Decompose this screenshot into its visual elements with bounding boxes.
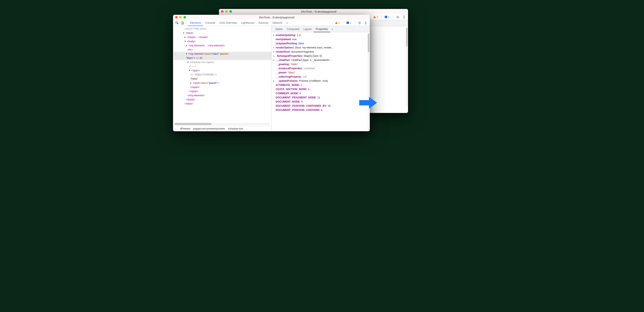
tree-row[interactable]: <head>…</head> (174, 35, 271, 39)
gutter-overflow-icon[interactable]: ⋯ (173, 52, 176, 56)
breadcrumb[interactable]: … dPreview playground-preview#preview #s… (173, 126, 271, 131)
tree-row[interactable]: <span class="planet">… (174, 81, 271, 85)
minimize-icon[interactable] (179, 16, 182, 19)
tab-console[interactable]: Console (203, 20, 217, 26)
tree-row[interactable]: </html> (174, 102, 271, 106)
tree-row[interactable]: <!----> (174, 64, 271, 68)
subtab-layout[interactable]: Layout (301, 26, 314, 32)
crumb-item[interactable]: dPreview (180, 127, 190, 130)
issues-count[interactable]: 1 (345, 21, 352, 25)
settings-icon[interactable] (395, 14, 400, 20)
property-row[interactable]: __planet: "Mars" (273, 71, 368, 75)
tree-row[interactable]: <span> (174, 68, 271, 73)
svg-rect-9 (183, 22, 184, 24)
tab-css-overview[interactable]: CSS Overview (217, 20, 239, 26)
property-row[interactable]: _$changedProperties: Map(0) {size: 0} (273, 54, 368, 58)
property-row[interactable]: __childPart: ChildPart {type: 2, _$commi… (273, 58, 368, 62)
property-row[interactable]: renderRoot: document-fragment (273, 50, 368, 54)
tree-row[interactable]: <!DOCTYPE html> (174, 27, 271, 31)
tree-row-selected[interactable]: <my-element class="mars" planet= (174, 52, 271, 56)
tree-row[interactable]: </span> (174, 85, 271, 89)
property-row[interactable]: DOCUMENT_FRAGMENT_NODE: 11 (273, 95, 368, 100)
titlebar[interactable]: DevTools - lit.dev/playground/ (219, 9, 408, 14)
scroll-thumb[interactable] (174, 123, 212, 125)
crumb-item[interactable]: playground-preview#preview (193, 127, 225, 130)
properties-list[interactable]: enableUpdating: ƒ ()hasUpdated: trueisUp… (272, 32, 370, 131)
property-row[interactable]: __greeting: "Hello" (273, 62, 368, 66)
zoom-icon[interactable] (184, 16, 186, 19)
subtab-computed[interactable]: Computed (284, 26, 301, 32)
main-toolbar: Elements Console CSS Overview Lighthouse… (173, 20, 370, 26)
window-controls (221, 10, 232, 13)
properties-pane: Styles Computed Layout Properties » enab… (272, 26, 370, 131)
close-icon[interactable] (221, 10, 224, 13)
tree-row[interactable]: </span> (174, 89, 271, 93)
device-icon[interactable] (180, 20, 185, 26)
tree-row[interactable]: #shadow-root (open) (174, 60, 271, 64)
svg-point-13 (366, 24, 366, 24)
tree-row[interactable]: </my-element> (174, 93, 271, 98)
subtabs-overflow-icon[interactable]: » (332, 28, 333, 31)
property-row[interactable]: __reflectingProperty: null (273, 75, 368, 79)
subtabs: Styles Computed Layout Properties » (272, 26, 370, 32)
tree-row[interactable]: <hr> (174, 48, 271, 52)
scrollbar[interactable] (406, 28, 408, 106)
window-title: DevTools - lit.dev/playground/ (186, 16, 368, 19)
tab-elements[interactable]: Elements (188, 20, 203, 26)
scroll-thumb[interactable] (406, 28, 408, 46)
svg-point-11 (366, 22, 366, 22)
inspect-icon[interactable] (174, 20, 180, 26)
minimize-icon[interactable] (225, 10, 228, 13)
tab-sources[interactable]: Sources (256, 20, 270, 26)
tree-row[interactable]: <my-element>…</my-element> (174, 44, 271, 48)
tree-row[interactable]: <html> (174, 31, 271, 35)
property-row[interactable]: DOCUMENT_POSITION_CONTAINED_BY: 16 (273, 104, 368, 108)
scrollbar[interactable] (368, 34, 369, 130)
more-icon[interactable] (401, 14, 407, 20)
property-row[interactable]: __updatePromise: Promise {<fulfilled>: t… (273, 79, 368, 83)
crumb-overflow[interactable]: … (175, 127, 177, 130)
elements-panel[interactable]: ⋯ <!DOCTYPE html> <html> <head>…</head> … (173, 26, 272, 131)
property-row[interactable]: enableUpdating: ƒ () (273, 33, 368, 37)
arrow-icon (359, 96, 377, 109)
property-row[interactable]: isUpdatePending: false (273, 41, 368, 46)
scrollbar-horizontal[interactable] (174, 123, 270, 125)
zoom-icon[interactable] (229, 10, 232, 13)
subtab-styles[interactable]: Styles (273, 26, 284, 32)
property-row[interactable]: hasUpdated: true (273, 37, 368, 41)
scroll-thumb[interactable] (368, 34, 369, 52)
tree-row[interactable]: "Hello" (174, 77, 271, 81)
tree-row[interactable]: <body> (174, 39, 271, 44)
tab-lighthouse[interactable]: Lighthouse (239, 20, 256, 26)
close-icon[interactable] (175, 16, 178, 19)
warning-count[interactable]: 3 (372, 15, 379, 19)
svg-point-5 (404, 17, 404, 17)
svg-point-4 (404, 16, 404, 16)
crumb-overflow[interactable]: … (246, 127, 248, 130)
subtab-properties[interactable]: Properties (314, 26, 330, 32)
window-controls (175, 16, 186, 19)
dom-tree[interactable]: <!DOCTYPE html> <html> <head>…</head> <b… (173, 26, 271, 125)
property-row[interactable]: CDATA_SECTION_NODE: 4 (273, 87, 368, 91)
property-row[interactable]: DOCUMENT_NODE: 9 (273, 100, 368, 104)
crumb-item[interactable]: #shadow-root (228, 127, 243, 130)
settings-icon[interactable] (357, 20, 362, 26)
property-row[interactable]: DOCUMENT_POSITION_CONTAINS: 8 (273, 108, 368, 112)
devtools-window-front: DevTools - lit.dev/playground/ Elements … (173, 15, 370, 131)
svg-point-12 (366, 23, 366, 23)
tabs-overflow-icon[interactable]: » (284, 20, 290, 26)
tree-row[interactable]: </body> (174, 98, 271, 102)
property-row[interactable]: renderOptions: {host: my-element.mars, r… (273, 46, 368, 50)
titlebar[interactable]: DevTools - lit.dev/playground/ (173, 15, 370, 20)
property-row[interactable]: COMMENT_NODE: 8 (273, 91, 368, 95)
property-row[interactable]: ATTRIBUTE_NODE: 2 (273, 83, 368, 87)
tree-row-selected[interactable]: "Mars"> == $0 (174, 56, 271, 60)
svg-point-3 (398, 17, 398, 18)
more-icon[interactable] (363, 20, 368, 26)
property-row[interactable]: __instanceProperties: undefined (273, 66, 368, 71)
tree-row[interactable]: <!--?lit$927534869$--> (174, 73, 271, 77)
warning-count[interactable]: 3 (334, 21, 341, 25)
tab-network[interactable]: Network (270, 20, 284, 26)
issues-count[interactable]: 1 (384, 15, 391, 19)
panel-tabs: Elements Console CSS Overview Lighthouse… (188, 20, 334, 26)
